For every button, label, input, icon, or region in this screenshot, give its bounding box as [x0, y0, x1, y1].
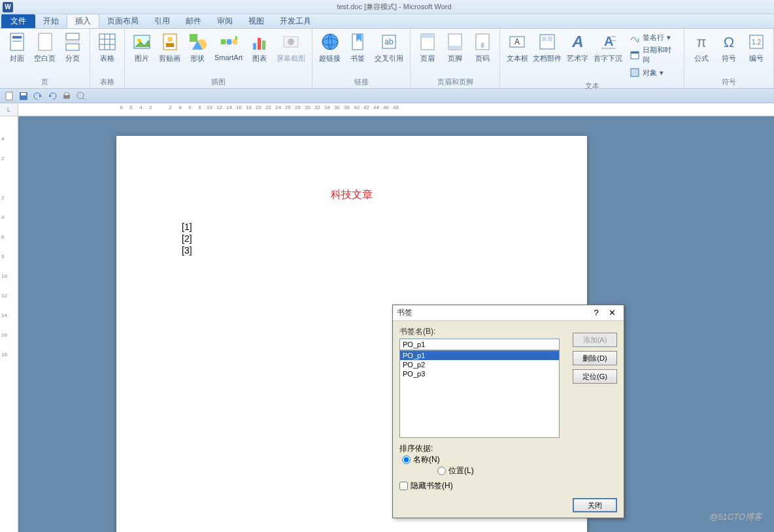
dialog-close-icon[interactable]: ✕	[604, 308, 620, 318]
tab-layout[interactable]: 页面布局	[99, 14, 146, 28]
tab-insert[interactable]: 插入	[67, 14, 99, 28]
blank-page-button[interactable]: 空白页	[31, 30, 58, 65]
window-title: test.doc [兼容模式] - Microsoft Word	[17, 2, 771, 12]
svg-text:A: A	[514, 37, 520, 46]
group-header-footer: 页眉 页脚 #页码 页眉和页脚	[411, 29, 500, 88]
svg-rect-25	[262, 41, 265, 50]
picture-button[interactable]: 图片	[129, 30, 155, 65]
undo-icon[interactable]	[33, 91, 43, 101]
tab-references[interactable]: 引用	[146, 14, 178, 28]
doc-title[interactable]: 科技文章	[182, 188, 522, 202]
shapes-button[interactable]: 形状	[184, 30, 210, 65]
new-icon[interactable]	[4, 91, 14, 101]
vertical-ruler: 4224681012141618	[0, 116, 18, 532]
screenshot-button[interactable]: 屏幕截图	[274, 30, 308, 65]
svg-rect-58	[21, 93, 26, 95]
svg-point-28	[322, 34, 338, 50]
crossref-button[interactable]: ab交叉引用	[372, 30, 406, 65]
delete-button[interactable]: 删除(D)	[573, 351, 617, 365]
bookmark-list-item[interactable]: PO_p3	[400, 369, 559, 378]
svg-rect-24	[258, 38, 261, 50]
page-number-button[interactable]: #页码	[469, 30, 496, 65]
svg-text:ab: ab	[385, 37, 394, 46]
dialog-help-icon[interactable]: ?	[588, 308, 604, 318]
svg-rect-20	[221, 39, 226, 44]
close-button[interactable]: 关闭	[573, 498, 617, 512]
tab-view[interactable]: 视图	[241, 14, 272, 28]
doc-line[interactable]: [3]	[182, 245, 522, 256]
bookmark-dialog: 书签 ? ✕ 书签名(B): PO_p1PO_p2PO_p3 添加(A) 删除(…	[392, 305, 624, 518]
svg-text:Ω: Ω	[724, 34, 734, 50]
cover-page-button[interactable]: 封面	[4, 30, 30, 65]
svg-rect-7	[99, 34, 115, 50]
equation-button[interactable]: π公式	[688, 30, 715, 65]
ribbon-tabs: 文件 开始 插入 页面布局 引用 邮件 审阅 视图 开发工具	[0, 14, 774, 29]
svg-rect-34	[421, 34, 434, 38]
number-button[interactable]: 1.2编号	[743, 30, 769, 65]
bookmark-button[interactable]: 书签	[345, 30, 371, 65]
svg-text:1.2: 1.2	[752, 39, 761, 46]
clipart-button[interactable]: 剪贴画	[156, 30, 183, 65]
object-button[interactable]: 对象 ▾	[628, 67, 677, 78]
bookmark-list-item[interactable]: PO_p1	[400, 351, 559, 360]
horizontal-ruler: L 86422468101214161820222426283032343638…	[0, 103, 774, 116]
signature-button[interactable]: 签名行 ▾	[628, 31, 677, 43]
doc-line[interactable]: [2]	[182, 233, 522, 244]
tab-home[interactable]: 开始	[35, 14, 67, 28]
document-area: 4224681012141618 科技文章 [1][2][3]	[0, 116, 774, 532]
print-icon[interactable]	[61, 91, 72, 101]
tab-mail[interactable]: 邮件	[178, 14, 209, 28]
bookmark-list-item[interactable]: PO_p2	[400, 360, 559, 369]
svg-rect-43	[548, 37, 552, 41]
svg-point-27	[288, 39, 294, 45]
goto-button[interactable]: 定位(G)	[573, 369, 617, 384]
svg-rect-5	[66, 44, 79, 50]
dropcap-button[interactable]: A首字下沉	[592, 30, 625, 65]
tab-review[interactable]: 审阅	[209, 14, 241, 28]
svg-text:#: #	[481, 42, 485, 49]
symbol-button[interactable]: Ω符号	[716, 30, 742, 65]
doc-line[interactable]: [1]	[182, 222, 522, 232]
svg-rect-2	[12, 41, 22, 42]
svg-text:π: π	[696, 34, 706, 50]
redo-icon[interactable]	[47, 91, 58, 101]
ribbon: 封面 空白页 分页 页 表格 表格 图片 剪贴画 形状 SmartArt 图表 …	[0, 29, 774, 89]
hidden-bookmarks-checkbox[interactable]	[399, 482, 408, 490]
hyperlink-button[interactable]: 超链接	[316, 30, 343, 65]
wordart-button[interactable]: A艺术字	[565, 30, 590, 65]
word-icon: W	[3, 2, 13, 12]
preview-icon[interactable]	[76, 91, 86, 101]
page-break-button[interactable]: 分页	[59, 30, 86, 65]
datetime-button[interactable]: 日期和时间	[628, 44, 677, 65]
ruler-corner: L	[0, 103, 18, 116]
quickparts-button[interactable]: 文档部件	[531, 30, 564, 65]
group-text: A文本框 文档部件 A艺术字 A首字下沉 签名行 ▾ 日期和时间 对象 ▾ 文本	[500, 29, 684, 88]
tab-file[interactable]: 文件	[1, 14, 35, 28]
svg-text:A: A	[604, 34, 613, 48]
svg-rect-4	[66, 33, 79, 40]
group-links: 超链接 书签 ab交叉引用 链接	[312, 29, 411, 88]
svg-text:A: A	[571, 33, 583, 50]
sort-name-radio[interactable]	[402, 456, 411, 464]
svg-rect-21	[227, 39, 231, 44]
add-button[interactable]: 添加(A)	[573, 333, 617, 347]
textbox-button[interactable]: A文本框	[504, 30, 530, 65]
svg-rect-16	[166, 43, 174, 47]
svg-rect-56	[6, 92, 12, 100]
footer-button[interactable]: 页脚	[442, 30, 468, 65]
svg-rect-3	[39, 33, 52, 50]
sort-position-radio[interactable]	[437, 467, 446, 475]
table-button[interactable]: 表格	[94, 30, 120, 65]
header-button[interactable]: 页眉	[414, 30, 441, 65]
save-icon[interactable]	[18, 91, 29, 101]
svg-rect-50	[631, 52, 639, 54]
tab-dev[interactable]: 开发工具	[272, 14, 319, 28]
bookmark-name-input[interactable]	[399, 339, 560, 350]
svg-rect-51	[631, 69, 639, 76]
chart-button[interactable]: 图表	[246, 30, 273, 65]
bookmark-list[interactable]: PO_p1PO_p2PO_p3	[399, 350, 560, 438]
svg-rect-22	[233, 39, 237, 44]
title-bar: W test.doc [兼容模式] - Microsoft Word	[0, 0, 774, 14]
svg-rect-42	[542, 37, 547, 41]
smartart-button[interactable]: SmartArt	[212, 30, 245, 63]
